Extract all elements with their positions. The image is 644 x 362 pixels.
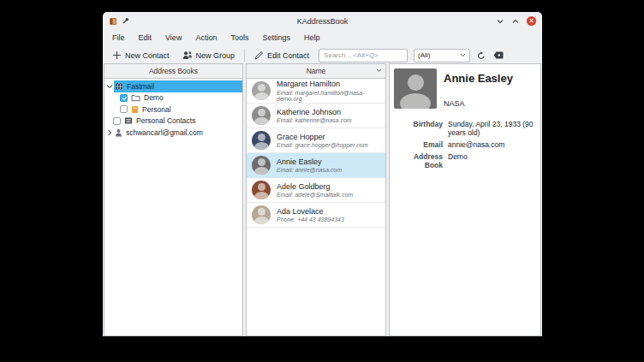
tree-item-personal-contacts[interactable]: Personal Contacts [104, 116, 242, 128]
clear-search-icon[interactable] [492, 50, 504, 60]
contact-name: Ada Lovelace [277, 207, 344, 217]
contact-avatar [252, 181, 271, 199]
contact-avatar [252, 156, 271, 175]
contact-detail: Phone: +44 43 43894343 [277, 217, 344, 223]
pin-icon[interactable] [122, 17, 129, 25]
filter-selected-value: (All) [418, 51, 430, 59]
filter-dropdown[interactable]: (All) [414, 49, 470, 62]
personal-contacts-checkbox[interactable] [113, 117, 121, 125]
contact-detail: Email: margaret.hamilton@nasa-demo.org [277, 90, 380, 102]
contact-photo [394, 68, 437, 109]
contact-row-katherine-johnson[interactable]: Katherine Johnson Email: katherine@nasa.… [247, 104, 385, 128]
address-books-tree: Fastmail Demo [104, 79, 242, 139]
contact-detail: Email: grace.hopper@hopper.com [277, 142, 367, 148]
chevron-down-icon [460, 53, 466, 57]
contact-row-annie-easley[interactable]: Annie Easley Email: annie@nasa.com [247, 153, 385, 178]
contacts-book-icon [124, 116, 133, 125]
field-label-birthday: Birthday [395, 120, 443, 137]
titlebar[interactable]: KAddressBook ✕ [103, 12, 542, 30]
detail-contact-name: Annie Easley [444, 68, 535, 85]
address-books-panel: Address Books Fastmail [104, 63, 243, 336]
expander-open-icon[interactable] [104, 84, 114, 89]
person-icon [115, 128, 122, 137]
tree-item-personal[interactable]: Personal [104, 104, 242, 116]
field-value-address-book: Demo [448, 152, 535, 169]
field-value-birthday: Sunday, April 23, 1933 (90 years old) [448, 120, 535, 137]
contact-detail: Email: annie@nasa.com [277, 167, 342, 173]
kaddressbook-window: KAddressBook ✕ File Edit View Action Too… [103, 12, 542, 336]
contact-avatar [252, 81, 271, 100]
tree-label: Demo [144, 93, 164, 102]
refresh-icon[interactable] [476, 50, 486, 61]
contact-row-grace-hopper[interactable]: Grace Hopper Email: grace.hopper@hopper.… [247, 128, 385, 153]
field-value-email[interactable]: annie@nasa.com [448, 140, 535, 149]
tree-item-demo[interactable]: Demo [104, 92, 242, 104]
group-icon [182, 50, 193, 60]
menu-tools[interactable]: Tools [224, 32, 255, 44]
plus-icon [112, 50, 122, 60]
contact-avatar [252, 106, 271, 125]
menubar: File Edit View Action Tools Settings Hel… [103, 30, 542, 45]
contact-detail: Email: adele@Smalltalk.com [277, 192, 353, 198]
new-contact-label: New Contact [125, 51, 170, 60]
maximize-button[interactable] [511, 18, 520, 25]
address-books-header[interactable]: Address Books [104, 64, 242, 79]
contact-name: Katherine Johnson [277, 108, 352, 117]
contact-list-header[interactable]: Name [247, 64, 385, 79]
demo-checkbox[interactable] [120, 94, 128, 102]
contact-avatar [252, 205, 271, 224]
contact-name: Margaret Hamilton [277, 80, 380, 89]
detail-organization: NASA [444, 99, 535, 108]
field-label-address-book: Address Book [395, 152, 443, 169]
search-input[interactable] [319, 49, 408, 62]
new-contact-button[interactable]: New Contact [109, 49, 173, 62]
contact-list-panel: Name Margaret Hamilton Email: margaret.h… [246, 63, 386, 336]
menu-settings[interactable]: Settings [255, 32, 297, 44]
tree-label: Personal [142, 105, 171, 114]
contact-name: Annie Easley [277, 157, 342, 167]
contact-name: Grace Hopper [277, 133, 367, 142]
menu-file[interactable]: File [105, 32, 132, 44]
pencil-icon [254, 50, 264, 60]
toolbar-separator [244, 49, 245, 62]
new-group-button[interactable]: New Group [179, 49, 239, 62]
tree-label: Fastmail [127, 82, 154, 91]
detail-fields: Birthday Sunday, April 23, 1933 (90 year… [395, 120, 535, 169]
field-label-email: Email [395, 140, 443, 149]
tree-item-fastmail[interactable]: Fastmail [104, 80, 242, 92]
tree-item-gmail-account[interactable]: schwancarl@gmail.com [104, 127, 242, 139]
new-group-label: New Group [196, 51, 236, 60]
menu-edit[interactable]: Edit [132, 32, 159, 44]
minimize-button[interactable] [496, 18, 504, 25]
tree-label: Personal Contacts [136, 116, 195, 125]
contact-details-panel: Annie Easley NASA Birthday Sunday, April… [389, 63, 541, 336]
expander-closed-icon[interactable] [104, 129, 114, 136]
globe-icon [115, 82, 123, 91]
name-column-header: Name [307, 67, 326, 75]
edit-contact-button[interactable]: Edit Contact [251, 49, 313, 62]
edit-contact-label: Edit Contact [267, 51, 309, 60]
tree-label: schwancarl@gmail.com [126, 128, 203, 137]
close-button[interactable]: ✕ [527, 16, 536, 26]
menu-help[interactable]: Help [297, 32, 327, 44]
contact-row-ada-lovelace[interactable]: Ada Lovelace Phone: +44 43 43894343 [247, 203, 385, 228]
contact-name: Adele Goldberg [277, 182, 353, 192]
window-title: KAddressBook [103, 17, 542, 26]
main-content: Address Books Fastmail [104, 63, 541, 336]
vcard-icon [131, 105, 139, 114]
contact-row-adele-goldberg[interactable]: Adele Goldberg Email: adele@Smalltalk.co… [247, 178, 385, 203]
menu-view[interactable]: View [158, 32, 188, 44]
toolbar: New Contact New Group Edit Contact (All) [103, 45, 542, 65]
contact-detail: Email: katherine@nasa.com [277, 117, 352, 123]
contact-row-margaret-hamilton[interactable]: Margaret Hamilton Email: margaret.hamilt… [247, 79, 385, 104]
app-icon [109, 17, 117, 26]
column-options-chevron-icon[interactable] [376, 68, 382, 73]
contact-avatar [252, 131, 271, 150]
folder-icon [131, 93, 140, 102]
menu-action[interactable]: Action [188, 32, 224, 44]
personal-checkbox[interactable] [120, 105, 128, 113]
